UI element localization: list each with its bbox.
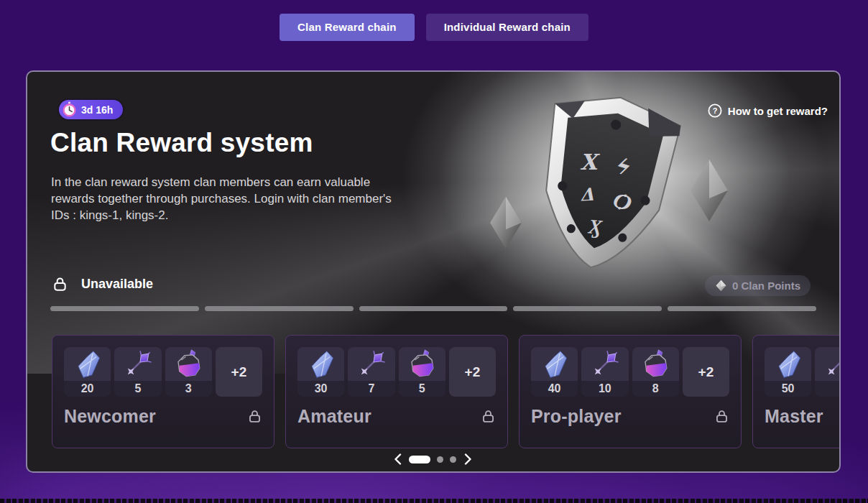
clan-points-badge: 0 Clan Points [705, 275, 811, 296]
carousel-prev-button[interactable] [392, 453, 402, 466]
tab-clan-reward-chain[interactable]: Clan Reward chain [280, 14, 415, 41]
floating-gem-icon [487, 195, 525, 250]
reward-item: 3 [165, 347, 212, 397]
carousel-next-button[interactable] [463, 453, 473, 466]
reward-item: 5 [114, 347, 161, 397]
reward-item-count: 10 [581, 381, 628, 397]
timer-badge: 3d 16h [59, 100, 123, 119]
tier-name: Amateur [297, 406, 371, 427]
tier-card-amateur[interactable]: 30 7 5 +2 Amateur [285, 335, 508, 448]
reward-item-count: 5 [114, 381, 161, 397]
gem-icon [715, 280, 727, 292]
crystal-icon [306, 349, 336, 379]
tier-card-pro-player[interactable]: 40 10 8 +2 Pro-player [519, 335, 742, 448]
reward-tier-carousel: 20 5 3 +2 Newcomer [52, 335, 841, 448]
progress-segment [668, 306, 816, 311]
reward-item: 10 [581, 347, 628, 397]
more-rewards-tile[interactable]: +2 [449, 347, 496, 397]
reward-item-count: 5 [399, 381, 445, 397]
reward-item: 20 [64, 347, 111, 397]
clan-reward-panel: X ϟ Δ Ѻ Ӽ 3d 16h Clan Reward system In t… [26, 70, 841, 473]
reward-items: 50 [765, 347, 841, 397]
reward-chain-tabs: Clan Reward chain Individual Reward chai… [0, 14, 868, 41]
carousel-dot-active[interactable] [409, 456, 430, 463]
progress-segment [513, 306, 662, 311]
carousel-dot[interactable] [437, 456, 443, 463]
status-row: Unavailable [52, 276, 153, 292]
reward-item: 5 [399, 347, 445, 397]
status-label: Unavailable [81, 277, 153, 292]
timer-badge-label: 3d 16h [81, 104, 113, 116]
lock-icon [481, 409, 496, 424]
scepter-icon [356, 349, 387, 379]
crystal-icon [73, 349, 103, 379]
reward-item-count: 7 [348, 381, 394, 397]
page-description: In the clan reward system clan members c… [51, 174, 394, 223]
reward-item-count [815, 381, 841, 397]
potion-icon [407, 349, 437, 379]
page-title: Clan Reward system [50, 128, 313, 158]
scepter-icon [823, 349, 841, 379]
svg-text:?: ? [712, 106, 717, 115]
chevron-right-icon [464, 453, 472, 465]
potion-icon [173, 349, 203, 379]
reward-item-count: 3 [165, 381, 212, 397]
reward-progress-bar [50, 306, 816, 311]
tier-name: Newcomer [64, 406, 156, 427]
reward-items: 20 5 3 +2 [64, 347, 262, 397]
progress-segment [359, 306, 508, 311]
progress-segment [50, 306, 199, 311]
reward-item: 50 [765, 347, 811, 397]
lock-icon [52, 276, 68, 292]
scepter-icon [590, 349, 620, 379]
floating-gem-icon [687, 158, 731, 223]
tier-card-master[interactable]: 50 Master [752, 335, 841, 448]
stopwatch-icon [62, 101, 77, 118]
reward-items: 40 10 8 +2 [531, 347, 729, 397]
potion-icon [640, 349, 670, 379]
reward-item [815, 347, 841, 397]
lock-icon [247, 409, 262, 424]
reward-item-count: 50 [765, 381, 811, 397]
tab-individual-reward-chain[interactable]: Individual Reward chain [426, 14, 588, 41]
crystal-icon [540, 349, 570, 379]
clan-points-label: 0 Clan Points [732, 280, 800, 292]
tier-name: Master [765, 406, 823, 427]
tier-card-newcomer[interactable]: 20 5 3 +2 Newcomer [52, 335, 274, 448]
chevron-left-icon [394, 453, 402, 465]
carousel-dot[interactable] [450, 456, 456, 463]
screenshot-torn-edge [0, 499, 868, 503]
progress-segment [205, 306, 354, 311]
question-circle-icon: ? [708, 103, 722, 118]
tier-name: Pro-player [531, 406, 622, 427]
reward-item-count: 40 [531, 381, 578, 397]
how-to-get-reward-label: How to get reward? [728, 105, 828, 117]
more-rewards-tile[interactable]: +2 [216, 347, 262, 397]
reward-item: 30 [297, 347, 344, 397]
crystal-icon [773, 349, 803, 379]
reward-item: 8 [632, 347, 679, 397]
carousel-controls [392, 453, 473, 466]
reward-item: 40 [531, 347, 578, 397]
how-to-get-reward-link[interactable]: ? How to get reward? [708, 103, 828, 118]
more-rewards-tile[interactable]: +2 [683, 347, 729, 397]
scepter-icon [123, 349, 153, 379]
reward-items: 30 7 5 +2 [297, 347, 496, 397]
reward-item: 7 [348, 347, 394, 397]
reward-item-count: 8 [632, 381, 679, 397]
reward-item-count: 30 [297, 381, 344, 397]
shield-artwork: X ϟ Δ Ѻ Ӽ [525, 92, 687, 273]
lock-icon [714, 409, 729, 424]
svg-text:Δ: Δ [580, 184, 594, 206]
reward-item-count: 20 [64, 381, 111, 397]
